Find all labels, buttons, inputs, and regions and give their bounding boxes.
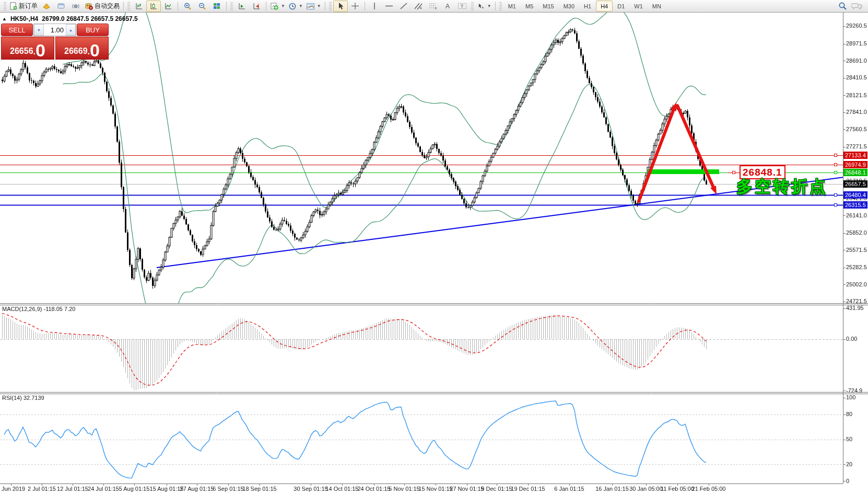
toolbar-grip[interactable]	[471, 2, 474, 10]
cursor-icon	[337, 2, 344, 10]
zoom-in-button[interactable]	[180, 1, 195, 12]
sell-price-button[interactable]: 26656.0	[1, 37, 54, 60]
equidistant-channel-button[interactable]: E	[411, 1, 426, 12]
buy-button[interactable]: BUY	[77, 24, 109, 36]
tile-windows-icon	[213, 2, 221, 10]
toolbar-separator	[226, 2, 227, 10]
sell-price-big-digit: 0	[36, 42, 45, 58]
timeframe-button-M1[interactable]: M1	[503, 1, 521, 11]
periods-icon	[288, 2, 297, 10]
periods-button[interactable]: ▼	[287, 1, 304, 12]
dropdown-caret-icon: ▼	[487, 4, 491, 8]
bar-chart-button[interactable]	[132, 1, 146, 12]
sell-button[interactable]: SELL	[1, 24, 33, 36]
crosshair-icon	[351, 2, 359, 10]
volume-control: ▼ 1.00 ▲	[33, 24, 76, 36]
toolbar-separator	[325, 2, 325, 10]
line-chart-button[interactable]	[161, 1, 175, 12]
fibonacci-button[interactable]: F	[426, 1, 440, 12]
dropdown-caret-icon: ▼	[281, 4, 285, 8]
symbol-period-label: HK50-,H4	[10, 15, 38, 22]
signals-icon	[72, 2, 80, 10]
toolbar-grip[interactable]	[4, 2, 6, 10]
text-button[interactable]: A	[440, 1, 455, 12]
text-label-button[interactable]: T	[455, 1, 470, 12]
cursor-button[interactable]	[333, 1, 348, 12]
ohlc-values: 26799.0 26847.5 26657.5 26657.5	[42, 15, 138, 22]
horizontal-line-button[interactable]	[382, 1, 396, 12]
new-order-icon	[9, 2, 17, 10]
svg-text:A: A	[445, 3, 450, 10]
text-label-icon: T	[458, 2, 467, 10]
horizontal-line-icon	[385, 2, 393, 10]
toolbar-separator	[495, 2, 496, 10]
volume-increase-button[interactable]: ▲	[66, 24, 76, 36]
timeframe-button-H1[interactable]: H1	[579, 1, 596, 11]
toolbar-grip[interactable]	[127, 2, 130, 10]
auto-trading-icon	[85, 2, 93, 10]
toolbar-separator	[178, 2, 178, 10]
dropdown-caret-icon: ▼	[317, 4, 321, 8]
toolbar-separator	[123, 2, 124, 10]
timeframe-button-M15[interactable]: M15	[538, 1, 558, 11]
timeframe-button-W1[interactable]: W1	[629, 1, 648, 11]
bar-chart-icon	[135, 2, 143, 10]
vertical-line-icon	[371, 2, 378, 10]
buy-price-main: 26669	[64, 46, 88, 56]
timeframe-button-MN[interactable]: MN	[648, 1, 666, 11]
dropdown-caret-icon: ▼	[299, 4, 303, 8]
new-order-button[interactable]: 新订单	[8, 1, 39, 12]
tile-windows-button[interactable]	[209, 1, 224, 12]
candlestick-button[interactable]	[146, 1, 161, 12]
timeframe-group: M1M5M15M30H1H4D1W1MN	[503, 1, 666, 11]
vertical-line-button[interactable]	[367, 1, 382, 12]
one-click-trading-panel: SELL ▼ 1.00 ▲ BUY 26656.0 26669.0	[1, 24, 109, 60]
fibonacci-icon: F	[428, 2, 438, 10]
buy-price-button[interactable]: 26669.0	[55, 37, 109, 60]
chart-shift-icon	[252, 2, 261, 10]
chart-header: ▲ HK50-,H4 26799.0 26847.5 26657.5 26657…	[2, 15, 138, 22]
line-chart-icon	[164, 2, 172, 10]
candlestick-icon	[149, 2, 158, 10]
crosshair-button[interactable]	[348, 1, 362, 12]
auto-scroll-icon	[238, 2, 246, 10]
indicators-button[interactable]: ▼	[268, 1, 287, 12]
indicators-icon	[270, 2, 279, 10]
arrows-button[interactable]: ▼	[475, 1, 493, 12]
toolbar-grip[interactable]	[499, 2, 502, 10]
svg-text:T: T	[461, 4, 464, 9]
equidistant-channel-icon: E	[414, 2, 423, 10]
arrows-icon	[477, 2, 485, 10]
volume-input[interactable]: 1.00	[44, 24, 66, 36]
auto-trading-label: 自动交易	[95, 2, 120, 10]
timeframe-button-M5[interactable]: M5	[521, 1, 538, 11]
signals-button[interactable]	[68, 1, 83, 12]
timeframe-button-H4[interactable]: H4	[596, 1, 613, 11]
toolbar: 新订单 自动交易	[0, 0, 868, 13]
toolbar-grip[interactable]	[329, 2, 332, 10]
chart-shift-button[interactable]	[249, 1, 264, 12]
navigator-button[interactable]	[54, 1, 68, 12]
trendline-icon	[400, 2, 408, 10]
chat-icon[interactable]	[851, 2, 863, 10]
toolbar-separator	[365, 2, 365, 10]
chart-canvas[interactable]	[0, 0, 868, 495]
market-watch-button[interactable]	[39, 1, 54, 12]
zoom-in-icon	[183, 2, 192, 10]
timeframe-button-M30[interactable]: M30	[559, 1, 579, 11]
trendline-button[interactable]	[396, 1, 411, 12]
svg-text:E: E	[420, 6, 422, 9]
collapse-arrow-icon[interactable]: ▲	[2, 16, 7, 21]
auto-trading-button[interactable]: 自动交易	[83, 1, 121, 12]
sell-price-main: 26656	[10, 46, 33, 56]
volume-decrease-button[interactable]: ▼	[34, 24, 44, 36]
zoom-out-button[interactable]	[195, 1, 209, 12]
toolbar-grip[interactable]	[230, 2, 233, 10]
templates-button[interactable]: ▼	[304, 1, 323, 12]
search-icon[interactable]	[838, 2, 847, 10]
toolbar-separator	[266, 2, 266, 10]
timeframe-button-D1[interactable]: D1	[613, 1, 629, 11]
chinese-annotation-text[interactable]: 多空转折点	[736, 176, 828, 198]
auto-scroll-button[interactable]	[234, 1, 249, 12]
new-order-label: 新订单	[19, 2, 38, 10]
